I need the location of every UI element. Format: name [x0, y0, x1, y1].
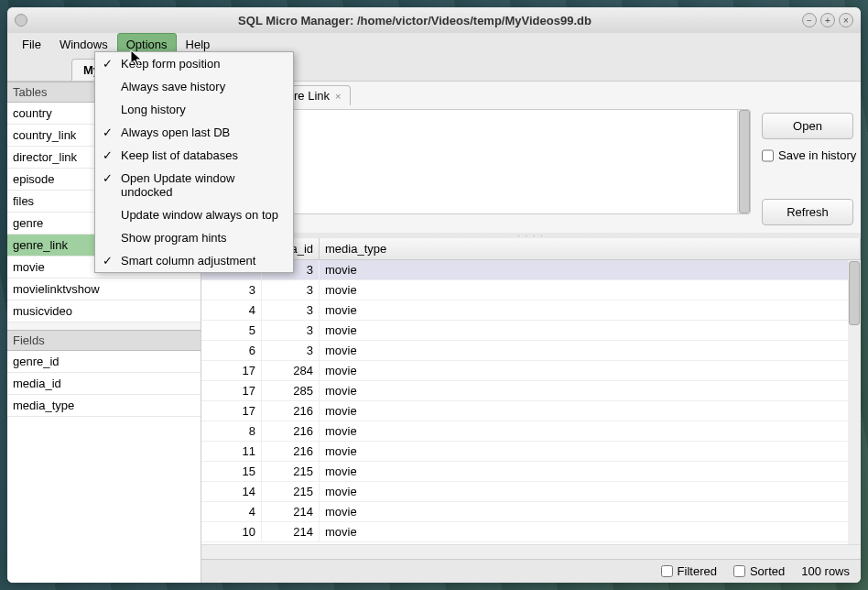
check-icon: ✓ — [103, 126, 113, 139]
check-icon: ✓ — [103, 171, 113, 185]
table-row[interactable]: 17285movie — [201, 381, 861, 401]
titlebar: SQL Micro Manager: /home/victor/Videos/t… — [7, 7, 861, 33]
grid-header: ia_id media_type — [201, 238, 861, 260]
table-item[interactable]: movielinktvshow — [7, 279, 201, 300]
filtered-checkbox[interactable]: Filtered — [661, 564, 717, 578]
dropdown-item-label: Always open last DB — [121, 126, 230, 139]
dropdown-item[interactable]: Always save history — [95, 75, 293, 98]
query-tab-row: re Link × — [201, 82, 861, 105]
query-tab-label: re Link — [294, 89, 330, 103]
check-icon: ✓ — [103, 254, 113, 268]
dropdown-item[interactable]: ✓Open Update window undocked — [95, 167, 293, 203]
table-row[interactable]: 10214movie — [201, 522, 861, 542]
grid-area: ia_id media_type 3movie33movie43movie53m… — [201, 238, 861, 559]
grid-body[interactable]: 3movie33movie43movie53movie63movie17284m… — [201, 260, 861, 544]
table-row[interactable]: 14215movie — [201, 482, 861, 502]
dropdown-item[interactable]: Long history — [95, 98, 293, 121]
table-row[interactable]: 15215movie — [201, 462, 861, 482]
close-icon[interactable]: × — [335, 91, 341, 102]
table-row[interactable]: 3movie — [201, 260, 861, 280]
dropdown-item[interactable]: ✓Smart column adjustment — [95, 249, 293, 272]
window-controls: − + × — [802, 13, 853, 27]
right-panel: re Link × * nre_link 00; Open Save in hi… — [201, 82, 861, 583]
table-row[interactable]: 8216movie — [201, 421, 861, 442]
field-item[interactable]: genre_id — [7, 351, 201, 373]
open-button[interactable]: Open — [762, 113, 853, 139]
menu-file[interactable]: File — [13, 33, 50, 55]
grid-hscrollbar[interactable] — [201, 544, 861, 559]
save-history-input[interactable] — [762, 149, 774, 162]
dropdown-item-label: Show program hints — [121, 231, 227, 245]
dropdown-item[interactable]: Show program hints — [95, 226, 293, 249]
table-row[interactable]: 53movie — [201, 321, 861, 341]
dropdown-item[interactable]: ✓Always open last DB — [95, 121, 293, 144]
window-title: SQL Micro Manager: /home/victor/Videos/t… — [27, 14, 802, 27]
table-row[interactable]: 4214movie — [201, 502, 861, 522]
dropdown-item-label: Long history — [121, 103, 186, 116]
fields-list[interactable]: genre_idmedia_idmedia_type — [7, 351, 201, 583]
dropdown-item-label: Keep form position — [121, 57, 220, 71]
grid-header-col3[interactable]: media_type — [320, 238, 861, 259]
dropdown-item[interactable]: ✓Keep list of databases — [95, 144, 293, 167]
close-button[interactable]: × — [839, 13, 853, 27]
field-item[interactable]: media_id — [7, 373, 201, 395]
table-item[interactable]: musicvideo — [7, 300, 201, 322]
table-row[interactable]: 11216movie — [201, 442, 861, 462]
check-icon: ✓ — [103, 148, 113, 162]
dropdown-item[interactable]: ✓Keep form position — [95, 52, 293, 75]
table-row[interactable]: 17216movie — [201, 401, 861, 421]
window-menu-icon[interactable] — [15, 14, 27, 27]
check-icon: ✓ — [103, 57, 113, 71]
table-row[interactable]: 63movie — [201, 341, 861, 361]
statusbar: Filtered Sorted 100 rows — [201, 559, 861, 583]
save-history-checkbox[interactable]: Save in history — [762, 148, 853, 162]
save-history-label: Save in history — [778, 148, 856, 162]
side-buttons: Open Save in history Refresh — [762, 109, 853, 225]
table-row[interactable]: 17284movie — [201, 361, 861, 381]
field-item[interactable]: media_type — [7, 395, 201, 417]
table-row[interactable]: 33movie — [201, 280, 861, 300]
refresh-button[interactable]: Refresh — [762, 199, 853, 225]
query-tab[interactable]: re Link × — [284, 85, 351, 105]
grid-vscrollbar[interactable] — [848, 260, 861, 544]
filtered-input[interactable] — [661, 565, 673, 577]
minimize-button[interactable]: − — [802, 13, 817, 27]
dropdown-item-label: Open Update window undocked — [121, 171, 234, 199]
fields-header: Fields — [7, 330, 201, 351]
table-row[interactable]: 43movie — [201, 300, 861, 321]
filtered-label: Filtered — [678, 564, 717, 578]
sorted-input[interactable] — [733, 565, 745, 577]
query-scrollbar[interactable] — [737, 110, 750, 213]
sorted-checkbox[interactable]: Sorted — [733, 564, 785, 578]
dropdown-item-label: Keep list of databases — [121, 148, 238, 162]
dropdown-item-label: Always save history — [121, 80, 225, 93]
query-area: * nre_link 00; Open Save in history Refr… — [201, 105, 861, 233]
options-dropdown: ✓Keep form positionAlways save historyLo… — [94, 51, 294, 273]
sorted-label: Sorted — [750, 564, 785, 578]
row-count: 100 rows — [801, 564, 850, 578]
maximize-button[interactable]: + — [820, 13, 835, 27]
dropdown-item[interactable]: Update window always on top — [95, 203, 293, 226]
dropdown-item-label: Update window always on top — [121, 208, 278, 222]
dropdown-item-label: Smart column adjustment — [121, 254, 255, 268]
